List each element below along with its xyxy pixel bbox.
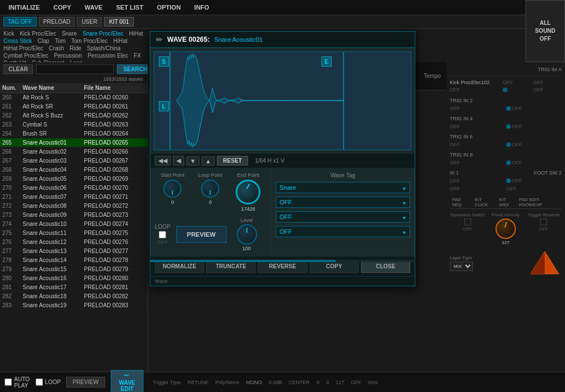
trig-sections: TRIG IN 2 OFF OFF TRIG IN 4 OFF OFF TRIG… [450, 98, 562, 191]
tag-off-btn[interactable]: TAG OFF [3, 17, 37, 27]
cat-snare-proc[interactable]: Snare Proc/Elec [82, 31, 123, 37]
table-row[interactable]: 276 Snare Acoustic12 PRELOAD 00276 [0, 238, 147, 247]
tab-kit-click[interactable]: KIT CLICK [472, 196, 497, 208]
dynamics-checkbox[interactable] [464, 219, 471, 225]
table-row[interactable]: 272 Snare Acoustic08 PRELOAD 00272 [0, 202, 147, 211]
level-knob[interactable] [237, 224, 257, 245]
table-row[interactable]: 275 Snare Acoustic11 PRELOAD 00275 [0, 229, 147, 238]
row-file-name: PRELOAD 00281 [84, 284, 146, 290]
table-row[interactable]: 278 Snare Acoustic14 PRELOAD 00278 [0, 256, 147, 265]
bottom-preview-button[interactable]: PREVIEW [66, 377, 105, 387]
start-point-knob[interactable] [163, 180, 181, 198]
table-row[interactable]: 262 Alt Rock S Buzz PRELOAD 00262 [0, 111, 147, 120]
layer-type-row: Layer Type MIX [450, 249, 562, 278]
tab-pad-edit[interactable]: PAD EDIT KNOB/EXP [518, 196, 562, 208]
table-row[interactable]: 282 Snare Acoustic18 PRELOAD 00282 [0, 292, 147, 301]
table-row[interactable]: 261 Alt Rock SR PRELOAD 00261 [0, 102, 147, 111]
loop-checkbox[interactable] [36, 378, 43, 386]
trig8-dot [506, 160, 511, 165]
wave-tag-select-2[interactable]: OFF [276, 197, 410, 208]
end-point-label: End Point [237, 172, 259, 178]
trigger-reserve-checkbox[interactable] [540, 219, 547, 225]
wave-tag-select-3[interactable]: OFF [276, 211, 410, 223]
cat-hihat2[interactable]: HiHat [114, 38, 128, 44]
table-row[interactable]: 265 Snare Acoustic01 PRELOAD 00265 [0, 138, 147, 147]
modal-middle: Start Point 0 Loop Point 0 End Point [150, 168, 415, 256]
search-input[interactable] [36, 64, 114, 74]
nav-wave[interactable]: WAVE [80, 2, 108, 12]
sound-off-button[interactable]: ALL SOUND OFF [525, 0, 565, 62]
transport-rewind-btn[interactable]: ◀◀ [155, 156, 171, 165]
waveform-display[interactable]: S E L [154, 51, 411, 150]
table-row[interactable]: 270 Snare Acoustic06 PRELOAD 00270 [0, 184, 147, 193]
wave-subtitle: Snare Acoustic01 [214, 36, 263, 43]
end-point-knob[interactable] [236, 180, 260, 204]
cat-cross-stick[interactable]: Cross Stick [3, 38, 32, 44]
layer-type-select[interactable]: MIX [450, 262, 473, 271]
table-row[interactable]: 273 Snare Acoustic09 PRELOAD 00273 [0, 211, 147, 220]
wave-edit-button[interactable]: 〜 WAVE EDIT [111, 370, 144, 392]
row-file-name: PRELOAD 00261 [84, 103, 146, 110]
table-row[interactable]: 266 Snare Acoustic02 PRELOAD 00266 [0, 147, 147, 156]
cat-clap[interactable]: Clap [38, 38, 50, 44]
tab-kit-midi[interactable]: KIT MIDI [497, 196, 518, 208]
cat-kick[interactable]: Kick [3, 31, 14, 37]
table-row[interactable]: 283 Snare Acoustic19 PRELOAD 00283 [0, 301, 147, 310]
cat-ride[interactable]: Ride [69, 45, 81, 51]
preload-btn[interactable]: PRELOAD [39, 17, 75, 27]
loop-point-label: Loop Point [198, 172, 223, 178]
cat-splash[interactable]: Splash/China [87, 45, 120, 51]
preview-button[interactable]: PREVIEW [176, 226, 227, 243]
wave-tag-select-1[interactable]: Snare [276, 182, 410, 193]
row-num: 262 [2, 112, 23, 119]
table-row[interactable]: 269 Snare Acoustic05 PRELOAD 00269 [0, 175, 147, 184]
nav-option[interactable]: OPTION [152, 2, 186, 12]
table-row[interactable]: 264 Brush SR PRELOAD 00264 [0, 129, 147, 138]
layer-triangle-svg [528, 249, 562, 277]
cat-cymbal-proc[interactable]: Cymbal Proc/Elec [3, 53, 48, 59]
nav-info[interactable]: INFO [189, 2, 214, 12]
cat-hihat-proc[interactable]: HiHat Proc/Elec [3, 45, 44, 51]
wave-tag-select-4[interactable]: OFF [276, 226, 410, 237]
transport-up-btn[interactable]: ▲ [202, 156, 215, 165]
table-row[interactable]: 263 Cymbal S PRELOAD 00263 [0, 120, 147, 129]
table-row[interactable]: 279 Snare Acoustic15 PRELOAD 00279 [0, 265, 147, 274]
clear-button[interactable]: CLEAR [3, 64, 33, 74]
transport-down-btn[interactable]: ▼ [186, 156, 199, 165]
loop-point-knob[interactable] [201, 180, 219, 198]
table-row[interactable]: 277 Snare Acoustic13 PRELOAD 00277 [0, 247, 147, 256]
tab-pad-seq[interactable]: PAD SEQ [450, 196, 472, 208]
loop-toggle-checkbox[interactable] [159, 231, 166, 238]
table-row[interactable]: 274 Snare Acoustic10 PRELOAD 00274 [0, 220, 147, 229]
cat-fx[interactable]: FX [134, 53, 141, 59]
cat-kick-proc[interactable]: Kick Proc/Elec [20, 31, 56, 37]
footsw-dot [506, 178, 511, 183]
nav-set-list[interactable]: SET LIST [111, 2, 148, 12]
start-point-group: Start Point 0 [155, 172, 190, 212]
autoplay-checkbox[interactable] [5, 378, 12, 386]
table-row[interactable]: 267 Snare Acoustic03 PRELOAD 00267 [0, 156, 147, 165]
nav-initialize[interactable]: INITIALIZE [3, 2, 45, 12]
nav-copy[interactable]: COPY [49, 2, 76, 12]
table-row[interactable]: 271 Snare Acoustic07 PRELOAD 00271 [0, 193, 147, 202]
table-row[interactable]: 268 Snare Acoustic04 PRELOAD 00268 [0, 165, 147, 175]
cat-snare[interactable]: Snare [62, 31, 77, 37]
cat-tom-proc[interactable]: Tom Proc/Elec [71, 38, 107, 44]
cat-crash[interactable]: Crash [49, 45, 64, 51]
cat-percussion[interactable]: Percussion [54, 53, 81, 59]
zoom-info: 1/64 H x1 V [255, 158, 284, 164]
cat-tom[interactable]: Tom [55, 38, 66, 44]
header-num: Num. [2, 85, 23, 91]
velocity-knob[interactable] [496, 219, 516, 239]
reset-button[interactable]: RESET [217, 156, 248, 165]
transport-back-btn[interactable]: ◀ [173, 156, 184, 165]
user-btn[interactable]: USER [77, 17, 102, 27]
table-row[interactable]: 281 Snare Acoustic17 PRELOAD 00281 [0, 283, 147, 292]
table-row[interactable]: 280 Snare Acoustic16 PRELOAD 00280 [0, 274, 147, 283]
waveform-scrollbar-track[interactable] [150, 260, 415, 262]
start-marker-label: S [159, 56, 169, 67]
cat-hihat[interactable]: HiHat [129, 31, 143, 37]
waveform-scrollbar-thumb[interactable] [150, 260, 336, 262]
cat-percussion-elec[interactable]: Percussion Elec [88, 53, 128, 59]
table-row[interactable]: 260 Alt Rock S PRELOAD 00260 [0, 93, 147, 102]
